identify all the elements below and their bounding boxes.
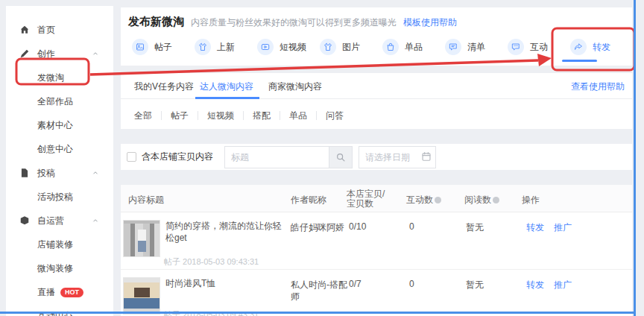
- table-row: 简约的穿搭，潮流的范让你轻松get 帖子 2018-05-03 09:43:31…: [121, 212, 632, 270]
- short-video-icon: [257, 39, 274, 55]
- template-help-link[interactable]: 模板使用帮助: [403, 16, 457, 29]
- sidebar-item-self-operation[interactable]: 自运营: [6, 209, 113, 233]
- content-tab-checklist[interactable]: 清单: [445, 39, 485, 55]
- content-title: 简约的穿搭，潮流的范让你轻松get: [165, 220, 289, 244]
- title-row: 发布新微淘 内容质量与粉丝效果好的微淘可以得到更多频道曝光 模板使用帮助: [128, 15, 457, 29]
- info-icon[interactable]: [435, 197, 441, 203]
- chevron-up-icon: [92, 50, 99, 57]
- search-row: 含本店铺宝贝内容: [121, 144, 632, 170]
- filter-all[interactable]: 全部: [134, 110, 161, 122]
- picture-icon: [320, 39, 336, 55]
- content-thumbnail: [123, 277, 160, 315]
- content-meta: 帖子 2018-05-03 09:43:31: [164, 256, 259, 268]
- chevron-up-icon: [92, 217, 99, 224]
- sidebar-item-create[interactable]: 创作: [6, 42, 113, 66]
- filter-qa[interactable]: 问答: [317, 110, 353, 122]
- table-header-row: 内容标题 作者昵称 本店宝贝/宝贝数 互动数 阅读数 操作: [121, 185, 632, 212]
- sidebar-item-submission[interactable]: 投稿: [6, 161, 113, 185]
- sidebar-item-label: 首页: [37, 24, 55, 37]
- promote-action-link[interactable]: 推广: [554, 221, 572, 234]
- active-subtab-underline: [195, 97, 259, 99]
- content-tab-single-item[interactable]: 单品: [382, 39, 423, 55]
- sidebar-item-creative-center[interactable]: 创意中心: [6, 137, 113, 161]
- sidebar-item-weitao-decoration[interactable]: 微淘装修: [6, 256, 113, 280]
- shop-items-checkbox[interactable]: [127, 152, 136, 162]
- content-table-card: 内容标题 作者昵称 本店宝贝/宝贝数 互动数 阅读数 操作 简约的穿搭，潮流的范…: [121, 185, 632, 316]
- weitao-publish-page: 首页 创作 发微淘 全部作品 素材中心 创意中心 投稿 活动投稿 自运营: [0, 0, 644, 316]
- col-header-author: 作者昵称: [291, 194, 326, 206]
- content-tab-short-video[interactable]: 短视频: [257, 39, 306, 55]
- col-header-title: 内容标题: [128, 194, 164, 206]
- filter-short-video[interactable]: 短视频: [198, 110, 243, 122]
- table-row: 时尚港风T恤 帖子 2018-05-03 09:43:31 私人时尚-搭配师 0…: [121, 270, 632, 316]
- forward-action-link[interactable]: 转发: [526, 221, 544, 234]
- filter-outfit[interactable]: 搭配: [244, 110, 280, 122]
- row-actions: 转发 推广: [526, 279, 572, 291]
- shop-items-checkbox-label: 含本店铺宝贝内容: [142, 151, 213, 163]
- chevron-up-icon: [92, 169, 99, 177]
- author-name: 皓仔妈咪阿娇: [291, 221, 347, 233]
- content-tab-label: 帖子: [154, 41, 172, 54]
- sidebar-item-interaction-center[interactable]: 互动中心: [6, 304, 113, 316]
- content-tabs-card: 我的V任务内容 达人微淘内容 商家微淘内容 查看使用帮助 全部 帖子 短视频 搭…: [121, 73, 632, 129]
- content-tab-new-arrival[interactable]: 上新: [195, 39, 235, 55]
- sidebar-item-label: 活动投稿: [37, 191, 73, 203]
- info-icon[interactable]: [493, 197, 499, 203]
- col-header-reads: 阅读数: [464, 194, 499, 206]
- calendar-icon: [421, 151, 432, 162]
- sidebar-item-live[interactable]: 直播 HOT: [6, 280, 113, 304]
- sidebar-item-label: 发微淘: [37, 72, 64, 84]
- frame-border-right: [634, 0, 636, 316]
- sidebar-item-activity-submission[interactable]: 活动投稿: [6, 185, 113, 209]
- cube-icon: [19, 215, 30, 226]
- row-actions: 转发 推广: [526, 221, 572, 234]
- shop-items-count: 0/10: [349, 221, 366, 232]
- sidebar-item-publish-weitao[interactable]: 发微淘: [6, 66, 113, 89]
- col-header-interactions: 互动数: [406, 194, 441, 206]
- checklist-icon: [445, 39, 461, 55]
- content-tab-post[interactable]: 帖子: [132, 39, 172, 55]
- forward-action-link[interactable]: 转发: [526, 279, 544, 291]
- content-tab-picture[interactable]: 图片: [320, 39, 360, 55]
- page-subtitle: 内容质量与粉丝效果好的微淘可以得到更多频道曝光: [191, 16, 397, 29]
- content-tab-forward[interactable]: 转发: [570, 39, 610, 55]
- filter-post[interactable]: 帖子: [162, 110, 198, 122]
- date-picker-group: [359, 146, 436, 168]
- shop-items-count: 0/7: [349, 279, 362, 289]
- content-tab-label: 单品: [405, 41, 423, 54]
- sidebar-item-label: 微淘装修: [37, 262, 73, 275]
- content-tab-interaction[interactable]: 互动: [508, 39, 548, 55]
- active-content-tab-underline: [562, 60, 597, 62]
- filter-single-item[interactable]: 单品: [280, 110, 316, 122]
- new-arrival-icon: [195, 39, 211, 55]
- col-header-actions: 操作: [522, 194, 540, 206]
- content-title: 时尚港风T恤: [165, 277, 289, 289]
- title-search-input[interactable]: [224, 146, 329, 168]
- sidebar-item-label: 投稿: [37, 167, 55, 180]
- sidebar-item-label: 创作: [37, 48, 55, 60]
- sidebar: 首页 创作 发微淘 全部作品 素材中心 创意中心 投稿 活动投稿 自运营: [6, 6, 113, 316]
- promote-action-link[interactable]: 推广: [554, 279, 572, 291]
- frame-border-bottom: [0, 312, 636, 314]
- search-button[interactable]: [329, 146, 353, 168]
- usage-help-link[interactable]: 查看使用帮助: [571, 80, 625, 93]
- sidebar-item-material-center[interactable]: 素材中心: [6, 113, 113, 137]
- content-tab-label: 上新: [217, 41, 235, 54]
- page-title: 发布新微淘: [128, 15, 184, 29]
- sidebar-item-shop-decoration[interactable]: 店铺装修: [6, 233, 113, 256]
- sidebar-item-home[interactable]: 首页: [6, 18, 113, 42]
- sidebar-item-label: 自运营: [37, 215, 64, 227]
- document-icon: [19, 168, 30, 178]
- subtab-daren-weitao[interactable]: 达人微淘内容: [200, 80, 253, 93]
- sidebar-item-all-works[interactable]: 全部作品: [6, 89, 113, 113]
- read-count: 暂无: [466, 221, 484, 234]
- sidebar-item-label: 素材中心: [37, 119, 73, 132]
- search-card: 含本店铺宝贝内容: [121, 144, 632, 170]
- single-item-icon: [382, 39, 399, 55]
- content-tab-label: 互动: [530, 41, 548, 54]
- content-tab-label: 短视频: [280, 41, 306, 54]
- subtab-my-v-tasks[interactable]: 我的V任务内容: [134, 80, 194, 93]
- hot-badge: HOT: [60, 288, 83, 297]
- sidebar-item-label: 店铺装修: [37, 238, 73, 251]
- subtab-merchant-weitao[interactable]: 商家微淘内容: [268, 80, 322, 93]
